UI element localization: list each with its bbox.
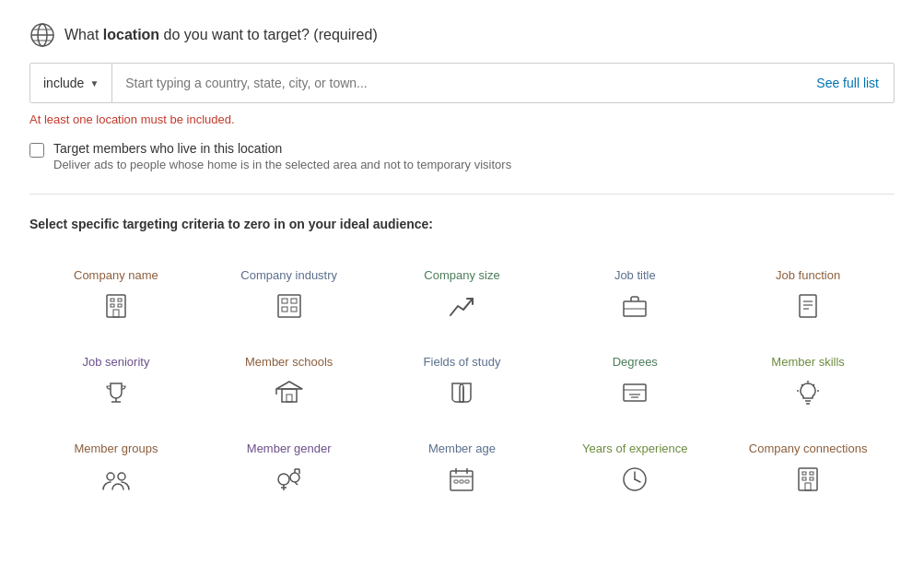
industry-icon [275,291,304,325]
location-question: What location do you want to target? (re… [64,27,378,43]
location-header: What location do you want to target? (re… [29,22,895,48]
criteria-years-experience[interactable]: Years of experience [548,427,721,513]
globe-icon [29,22,55,48]
svg-rect-56 [465,480,469,483]
clock-icon [620,465,649,499]
gender-icon [275,465,304,499]
criteria-label-job-function: Job function [776,268,840,284]
location-input-row: include ▼ See full list [29,63,895,103]
criteria-label-years-experience: Years of experience [582,442,687,457]
group-icon [101,465,131,499]
svg-rect-13 [291,299,297,303]
svg-rect-62 [810,472,813,475]
svg-rect-12 [282,299,287,303]
svg-point-42 [278,474,289,485]
criteria-company-connections[interactable]: Company connections [721,427,895,513]
svg-rect-18 [800,295,816,317]
location-search-input[interactable] [112,64,801,102]
criteria-label-job-title: Job title [614,268,656,284]
criteria-member-age[interactable]: Member age [376,427,549,513]
criteria-job-function[interactable]: Job function [721,253,895,340]
svg-marker-24 [276,382,302,389]
criteria-label-company-industry: Company industry [240,268,337,284]
svg-rect-61 [802,472,806,475]
criteria-label-member-skills: Member skills [771,355,844,371]
svg-rect-6 [111,299,114,301]
svg-rect-29 [624,384,646,401]
briefcase-icon [620,291,649,325]
svg-rect-8 [111,304,114,307]
company-connections-icon [793,465,823,499]
book-icon [447,378,476,412]
svg-line-59 [635,479,640,482]
svg-rect-26 [287,394,292,402]
criteria-label-fields-of-study: Fields of study [424,355,501,371]
page-container: What location do you want to target? (re… [0,0,924,536]
svg-line-36 [813,384,815,386]
target-members-checkbox[interactable] [29,143,44,158]
svg-rect-55 [460,480,463,483]
svg-rect-14 [282,307,287,312]
checkbox-secondary-text: Deliver ads to people whose home is in t… [53,158,511,171]
criteria-member-schools[interactable]: Member schools [203,340,376,427]
criteria-company-industry[interactable]: Company industry [203,253,376,340]
criteria-label-member-groups: Member groups [74,442,158,457]
criteria-label-member-age: Member age [428,442,496,457]
criteria-label-degrees: Degrees [613,355,658,371]
calendar-icon [447,465,476,499]
criteria-fields-of-study[interactable]: Fields of study [376,340,549,427]
checkbox-label: Target members who live in this location… [53,141,511,171]
svg-rect-63 [802,477,806,480]
criteria-label-company-connections: Company connections [749,442,868,457]
school-icon [275,378,304,412]
svg-point-41 [118,473,125,480]
targeting-title: Select specific targeting criteria to ze… [29,217,895,231]
certificate-icon [620,378,649,412]
criteria-label-job-seniority: Job seniority [82,355,149,371]
svg-rect-54 [454,480,458,483]
svg-rect-65 [805,483,811,490]
svg-rect-5 [107,295,125,317]
svg-line-37 [801,384,803,386]
trophy-icon [101,378,131,412]
svg-rect-25 [282,389,297,402]
targeting-section: Select specific targeting criteria to ze… [29,217,895,513]
criteria-label-company-size: Company size [424,268,499,284]
svg-rect-9 [118,304,122,307]
svg-rect-64 [810,477,813,480]
criteria-member-groups[interactable]: Member groups [29,427,203,513]
criteria-job-title[interactable]: Job title [548,253,721,340]
criteria-company-name[interactable]: Company name [29,253,203,340]
see-full-list-link[interactable]: See full list [801,64,894,102]
criteria-member-skills[interactable]: Member skills [721,340,895,427]
criteria-degrees[interactable]: Degrees [548,340,721,427]
criteria-member-gender[interactable]: Member gender [203,427,376,513]
growth-icon [447,291,476,325]
include-label: include [43,76,84,90]
location-error-message: At least one location must be included. [29,112,895,126]
building-icon [101,291,131,325]
svg-point-43 [290,473,299,482]
criteria-label-member-schools: Member schools [245,355,333,371]
criteria-company-size[interactable]: Company size [376,253,549,340]
svg-rect-7 [118,299,122,301]
document-icon [793,291,823,325]
checkbox-primary-text: Target members who live in this location [53,141,511,156]
dropdown-chevron-icon: ▼ [89,78,99,88]
svg-rect-60 [799,468,817,490]
section-divider [29,194,895,194]
criteria-label-member-gender: Member gender [247,442,332,457]
svg-rect-10 [113,310,119,317]
include-dropdown[interactable]: include ▼ [30,64,112,102]
criteria-label-company-name: Company name [74,268,158,284]
lightbulb-icon [793,378,823,412]
svg-line-49 [295,482,298,485]
criteria-grid: Company name Company industry [29,253,895,513]
svg-point-40 [107,473,114,480]
svg-rect-15 [291,307,297,312]
target-members-checkbox-row: Target members who live in this location… [29,141,895,171]
criteria-job-seniority[interactable]: Job seniority [29,340,203,427]
